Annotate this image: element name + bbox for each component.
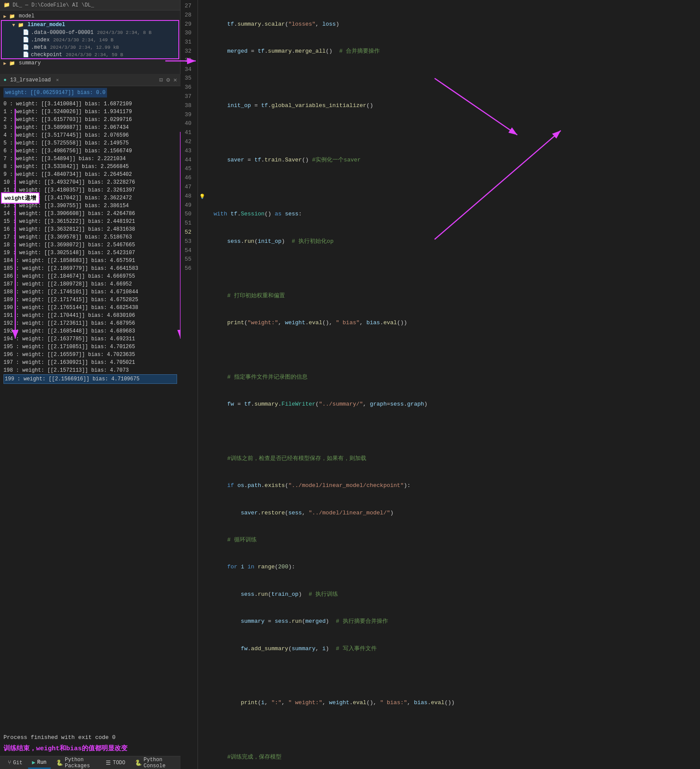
code-panel: 27 28 29 30 31 32 33 34 35 36 37 38 39 4… <box>181 0 700 769</box>
run-row-6: 6 : weight: [[3.4986756]] bias: 2.156674… <box>3 147 177 155</box>
run-row-19: 19 : weight: [[3.3025148]] bias: 2.54231… <box>3 249 177 257</box>
run-icon-expand[interactable]: ⊡ <box>159 76 163 84</box>
code-line-53 <box>214 726 700 735</box>
run-row-7: 7 : weight: [[3.54894]] bias: 2.2221034 <box>3 155 177 163</box>
code-line-28: merged = tf.summary.merge_all() # 合并摘要操作 <box>214 47 700 56</box>
top-area: 📁 DL_ — D:\CodeFile\ AI \DL_ ▶ 📁 model ▼… <box>0 0 700 769</box>
tree-meta-data: 2024/3/30 2:34, 8 B <box>97 30 151 35</box>
code-line-36 <box>214 264 700 273</box>
code-line-48: sess.run(train_op) # 执行训练 <box>214 590 700 599</box>
run-row-198: 198 : weight: [[2.1572113]] bias: 4.7073 <box>3 366 177 374</box>
run-row-1: 1 : weight: [[3.5240026]] bias: 1.934117… <box>3 108 177 116</box>
code-gutter: 💡 <box>198 0 207 769</box>
tab-todo[interactable]: ☰ TODO <box>101 758 130 768</box>
code-line-54: #训练完成，保存模型 <box>214 753 700 762</box>
file-icon-data: 📄 <box>23 29 29 36</box>
tab-python-packages[interactable]: 🐍 Python Packages <box>52 755 100 769</box>
file-tree-panel: 📁 DL_ — D:\CodeFile\ AI \DL_ ▶ 📁 model ▼… <box>0 0 181 74</box>
run-tab-header: ● 13_lrsaveload ✕ ⊡ ⚙ ✕ <box>0 74 181 86</box>
code-line-47: for i in range(200): <box>214 563 700 572</box>
line-numbers: 27 28 29 30 31 32 33 34 35 36 37 38 39 4… <box>181 0 198 769</box>
folder-icon-model: ▶ 📁 <box>3 13 15 19</box>
run-row-8: 8 : weight: [[3.533842]] bias: 2.2566845 <box>3 163 177 171</box>
tab-todo-label: TODO <box>113 760 125 766</box>
code-line-52: print(i, ":", " weight:", weight.eval(),… <box>214 698 700 708</box>
tab-python-console[interactable]: 🐍 Python Console <box>131 755 177 769</box>
tree-item-checkpoint[interactable]: 📄 checkpoint 2024/3/30 2:34, 59 B <box>2 51 178 58</box>
code-line-29 <box>214 74 700 83</box>
run-tab-icon: ▶ <box>32 759 36 766</box>
code-line-51 <box>214 672 700 681</box>
run-row-9: 9 : weight: [[3.4840734]] bias: 2.264540… <box>3 171 177 178</box>
run-row-18: 18 : weight: [[3.3698072]] bias: 2.54676… <box>3 241 177 249</box>
run-row-0: 0 : weight: [[3.1410084]] bias: 1.687210… <box>3 100 177 108</box>
tab-git[interactable]: ⑂ Git <box>3 758 27 768</box>
run-row-10: 10 : weight: [[3.4932704]] bias: 2.32282… <box>3 178 177 186</box>
tree-item-model[interactable]: ▶ 📁 model <box>0 12 180 20</box>
code-line-33 <box>214 183 700 192</box>
code-line-32: saver = tf.train.Saver() #实例化一个saver <box>214 156 700 165</box>
tree-item-index[interactable]: 📄 .index 2024/3/30 2:34, 149 B <box>2 36 178 44</box>
run-row-197: 197 : weight: [[2.1630921]] bias: 4.7050… <box>3 359 177 366</box>
run-row-14: 14 : weight: [[3.3906608]] bias: 2.42647… <box>3 210 177 218</box>
code-line-49: summary = sess.run(merged) # 执行摘要合并操作 <box>214 617 700 626</box>
folder-icon-linear-model: ▼ 📁 <box>12 22 24 28</box>
code-line-31 <box>214 128 700 138</box>
tree-item-meta[interactable]: 📄 .meta 2024/3/30 2:34, 12.99 kB <box>2 44 178 51</box>
file-icon-checkpoint: 📄 <box>23 51 29 58</box>
folder-icon-summary: ▶ 📁 <box>3 60 15 66</box>
tab-python-console-label: Python Console <box>144 757 173 769</box>
tab-run[interactable]: ▶ Run <box>28 757 51 769</box>
left-section: 📁 DL_ — D:\CodeFile\ AI \DL_ ▶ 📁 model ▼… <box>0 0 181 769</box>
code-lines: tf.summary.scalar("losses", loss) merged… <box>207 0 700 769</box>
file-icon-meta: 📄 <box>23 44 29 50</box>
run-row-184: 184 : weight: [[2.1858683]] bias: 4.6575… <box>3 257 177 265</box>
run-tab-close[interactable]: ✕ <box>56 77 59 83</box>
tree-label-meta: .meta <box>31 44 47 50</box>
tab-python-packages-label: Python Packages <box>65 757 96 769</box>
tree-item-summary[interactable]: ▶ 📁 summary <box>0 59 180 67</box>
file-tree-header: 📁 DL_ — D:\CodeFile\ AI \DL_ <box>0 0 180 10</box>
code-line-42 <box>214 427 700 436</box>
tree-label-checkpoint: checkpoint <box>31 52 62 58</box>
code-line-34: with tf.Session() as sess: <box>214 210 700 219</box>
file-tree-content: ▶ 📁 model ▼ 📁 linear_model 📄 .data-00000… <box>0 10 180 74</box>
code-line-35: sess.run(init_op) # 执行初始化op <box>214 237 700 246</box>
run-row-191: 191 : weight: [[2.170441]] bias: 4.68301… <box>3 312 177 319</box>
tree-meta-meta: 2024/3/30 2:34, 12.99 kB <box>50 45 119 50</box>
run-row-199: 199 : weight: [[2.1566916]] bias: 4.7109… <box>3 374 177 384</box>
git-icon: ⑂ <box>8 759 11 766</box>
training-result: 训练结束，weight和bias的值都明显改变 <box>0 742 181 756</box>
tab-run-label: Run <box>37 759 47 766</box>
run-row-4: 4 : weight: [[3.5177445]] bias: 2.076596 <box>3 131 177 139</box>
run-first-line: weight: [[0.06259147]] bias: 0.0 <box>3 88 107 97</box>
run-icon-settings[interactable]: ⚙ <box>166 76 170 84</box>
run-row-189: 189 : weight: [[2.1717415]] bias: 4.6752… <box>3 296 177 304</box>
tree-label-summary: summary <box>19 60 40 66</box>
linear-model-folder: ▼ 📁 linear_model 📄 .data-00000-of-00001 … <box>1 20 179 59</box>
run-tab-label[interactable]: 13_lrsaveload <box>10 77 51 83</box>
run-row-187: 187 : weight: [[2.1809728]] bias: 4.6695… <box>3 280 177 288</box>
folder-icon: 📁 <box>3 2 10 8</box>
code-line-37: # 打印初始权重和偏置 <box>214 292 700 301</box>
run-row-17: 17 : weight: [[3.369578]] bias: 2.518676… <box>3 233 177 241</box>
run-row-195: 195 : weight: [[2.1710851]] bias: 4.7012… <box>3 343 177 351</box>
python-packages-icon: 🐍 <box>56 759 63 766</box>
run-row-194: 194 : weight: [[2.1637785]] bias: 4.6923… <box>3 335 177 343</box>
code-line-39 <box>214 346 700 355</box>
code-line-41: fw = tf.summary.FileWriter("../summary/"… <box>214 400 700 409</box>
tree-item-data[interactable]: 📄 .data-00000-of-00001 2024/3/30 2:34, 8… <box>2 29 178 36</box>
tab-git-label: Git <box>13 760 23 766</box>
tool-tabs: ⑂ Git ▶ Run 🐍 Python Packages ☰ TODO 🐍 <box>0 756 181 769</box>
code-line-27: tf.summary.scalar("losses", loss) <box>214 20 700 29</box>
python-console-icon: 🐍 <box>135 759 142 766</box>
code-line-44: if os.path.exists("../model/linear_model… <box>214 481 700 490</box>
todo-icon: ☰ <box>106 759 111 766</box>
run-icon-close[interactable]: ✕ <box>174 76 177 84</box>
run-row-3: 3 : weight: [[3.5899887]] bias: 2.067434 <box>3 124 177 131</box>
tree-item-linear-model[interactable]: ▼ 📁 linear_model <box>2 21 178 29</box>
tree-meta-index: 2024/3/30 2:34, 149 B <box>53 37 114 43</box>
project-path: DL_ — D:\CodeFile\ AI \DL_ <box>13 2 94 8</box>
run-row-15: 15 : weight: [[3.3615222]] bias: 2.44819… <box>3 218 177 225</box>
tree-label-index: .index <box>31 37 50 43</box>
